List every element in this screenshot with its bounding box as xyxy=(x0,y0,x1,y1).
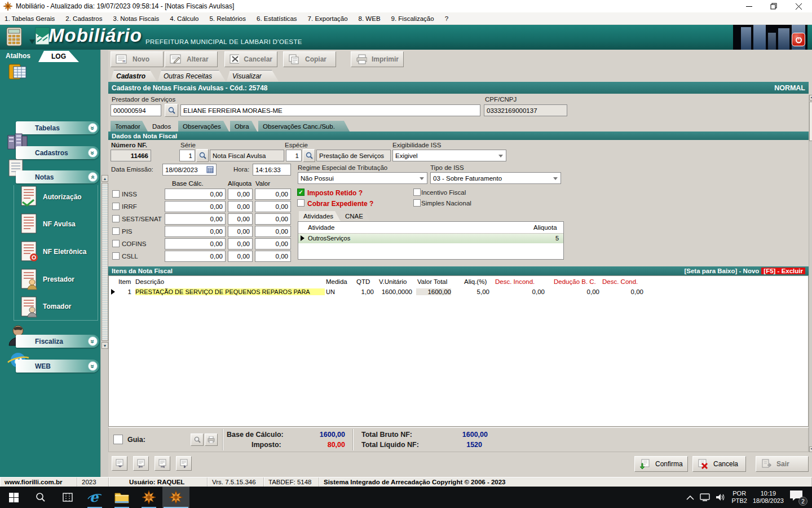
taskbar-fiorilli-app1-button[interactable] xyxy=(135,487,162,508)
pis-checkbox[interactable] xyxy=(112,227,120,235)
inner-vertical-scrollbar[interactable]: ▲ ▼ xyxy=(100,50,108,477)
menu-fiscalizacao[interactable]: 9. Fiscalização xyxy=(391,15,434,22)
sidebar-group-cadastros[interactable]: Cadastros » xyxy=(16,146,99,159)
especie-lookup-button[interactable] xyxy=(303,149,315,162)
tab-obra[interactable]: Obra xyxy=(230,121,257,132)
cancelar-button[interactable]: Cancelar xyxy=(224,51,277,67)
pis-valor-field[interactable]: 0,00 xyxy=(255,226,291,237)
tab-cnae[interactable]: CNAE xyxy=(341,211,370,221)
hora-field[interactable]: 14:16:33 xyxy=(253,164,291,176)
serie-field[interactable]: 1 xyxy=(179,150,195,161)
network-icon[interactable] xyxy=(700,493,710,501)
prestador-icon[interactable] xyxy=(19,268,39,291)
irrf-checkbox[interactable] xyxy=(112,203,120,210)
power-button[interactable] xyxy=(792,33,805,46)
inss-base-field[interactable]: 0,00 xyxy=(165,189,226,200)
tab-observacoes[interactable]: Observações xyxy=(178,121,229,132)
chevron-down-icon[interactable]: » xyxy=(88,123,98,133)
imposto-retido-checkbox[interactable]: ✓ xyxy=(297,189,304,196)
chevron-down-icon[interactable]: » xyxy=(88,361,98,371)
simples-nacional-checkbox[interactable] xyxy=(413,199,421,207)
close-button[interactable] xyxy=(786,0,811,12)
prestador-name-field[interactable]: ELIANE FERREIRA MORAES-ME xyxy=(180,104,480,116)
inss-valor-field[interactable]: 0,00 xyxy=(255,189,291,200)
nf-eletronica-icon[interactable] xyxy=(19,240,39,263)
serie-lookup-button[interactable] xyxy=(196,149,209,162)
menu-estatisticas[interactable]: 6. Estatísticas xyxy=(257,15,297,22)
taskbar-search-button[interactable] xyxy=(27,487,54,508)
nav-first-button[interactable] xyxy=(112,456,127,471)
cofins-checkbox[interactable] xyxy=(112,240,120,247)
minimize-button[interactable] xyxy=(736,0,761,12)
tab-atividades[interactable]: Atividades xyxy=(299,211,341,221)
taskbar-fiorilli-app2-button[interactable] xyxy=(162,487,189,508)
csll-checkbox[interactable] xyxy=(112,252,120,260)
scroll-up-arrow[interactable]: ▲ xyxy=(809,95,812,100)
csll-valor-field[interactable]: 0,00 xyxy=(255,251,291,262)
alterar-button[interactable]: Alterar xyxy=(165,51,218,67)
irrf-base-field[interactable]: 0,00 xyxy=(165,201,226,212)
chevron-down-icon[interactable]: » xyxy=(88,148,98,157)
prestador-lookup-button[interactable] xyxy=(165,104,178,117)
scroll-down-arrow[interactable]: ▼ xyxy=(102,342,108,349)
tab-visualizar[interactable]: Visualizar xyxy=(227,70,279,81)
taskbar-ie-button[interactable]: e xyxy=(81,487,108,508)
autorizacao-icon[interactable] xyxy=(19,185,39,208)
speaker-icon[interactable] xyxy=(716,493,726,501)
menu-exportacao[interactable]: 7. Exportação xyxy=(308,15,348,22)
nav-last-button[interactable] xyxy=(176,456,192,471)
csll-aliquota-field[interactable]: 0,00 xyxy=(228,251,253,262)
sair-button[interactable]: Sair xyxy=(756,456,809,472)
copiar-button[interactable]: Copiar xyxy=(283,51,336,67)
pis-aliquota-field[interactable]: 0,00 xyxy=(228,226,253,237)
nav-next-button[interactable] xyxy=(155,456,170,471)
cpf-cnpj-field[interactable]: 03332169000137 xyxy=(484,104,567,116)
scroll-down-arrow[interactable]: ▼ xyxy=(809,446,812,452)
tab-outras-receitas[interactable]: Outras Receitas xyxy=(158,70,226,81)
guia-checkbox[interactable] xyxy=(113,435,123,444)
sidebar-item-tomador[interactable]: Tomador xyxy=(43,303,71,310)
sidebar-item-nf-avulsa[interactable]: NF Avulsa xyxy=(43,220,76,228)
atividade-row[interactable]: OutrosServiços 5 xyxy=(298,234,563,243)
notification-center-button[interactable]: 2 xyxy=(789,490,806,505)
nf-avulsa-icon[interactable] xyxy=(19,213,39,235)
tipo-iss-select[interactable]: 03 - Sobre Faturamento xyxy=(430,172,561,184)
sidebar-tab-atalhos[interactable]: Atalhos xyxy=(6,52,30,60)
cancela-button[interactable]: Cancela xyxy=(692,456,746,472)
sidebar-item-prestador[interactable]: Prestador xyxy=(43,275,74,283)
data-emissao-field[interactable]: 18/08/2023 xyxy=(162,164,217,176)
guia-print-button[interactable] xyxy=(205,433,218,446)
main-vertical-scrollbar[interactable]: ▲ ▼ xyxy=(809,95,812,452)
sidebar-group-web[interactable]: WEB » xyxy=(16,360,99,373)
clock[interactable]: 10:19 18/08/2023 xyxy=(753,490,784,505)
tab-cadastro[interactable]: Cadastro xyxy=(111,70,157,81)
sest-senat-aliquota-field[interactable]: 0,00 xyxy=(228,213,253,225)
regime-select[interactable]: Não Possui xyxy=(298,172,427,184)
pis-base-field[interactable]: 0,00 xyxy=(165,226,226,237)
confirma-button[interactable]: Confirma xyxy=(634,456,688,472)
nav-prev-button[interactable] xyxy=(133,456,149,471)
sest-senat-base-field[interactable]: 0,00 xyxy=(165,213,226,225)
restore-button[interactable] xyxy=(761,0,786,12)
sidebar-group-tabelas[interactable]: Tabelas » xyxy=(16,121,99,134)
item-row[interactable]: 1 PRESTAÇÃO DE SERVIÇO DE PEQUENOS REPAR… xyxy=(109,287,808,297)
inss-aliquota-field[interactable]: 0,00 xyxy=(228,189,253,200)
menu-relatorios[interactable]: 5. Relatórios xyxy=(209,15,246,22)
cofins-aliquota-field[interactable]: 0,00 xyxy=(228,238,253,249)
menu-web[interactable]: 8. WEB xyxy=(359,15,381,22)
scroll-thumb[interactable] xyxy=(809,102,812,141)
tomador-icon[interactable] xyxy=(19,296,39,318)
tab-tomador[interactable]: Tomador xyxy=(111,121,148,132)
sidebar-tab-log[interactable]: LOG xyxy=(38,51,79,62)
sest-senat-checkbox[interactable] xyxy=(112,215,120,222)
language-indicator[interactable]: POR PTB2 xyxy=(731,490,747,505)
sidebar-item-nf-eletronica[interactable]: NF Eletrônica xyxy=(43,248,86,256)
sidebar-group-notas[interactable]: Notas » xyxy=(16,170,99,183)
menu-help[interactable]: ? xyxy=(445,15,448,22)
dropdown-arrow-icon[interactable] xyxy=(29,40,35,44)
numero-nf-field[interactable]: 11466 xyxy=(111,150,151,161)
incentivo-fiscal-checkbox[interactable] xyxy=(413,189,421,196)
novo-button[interactable]: = Novo xyxy=(111,51,164,67)
menu-calculo[interactable]: 4. Cálculo xyxy=(170,15,198,22)
scroll-thumb[interactable] xyxy=(102,183,108,341)
